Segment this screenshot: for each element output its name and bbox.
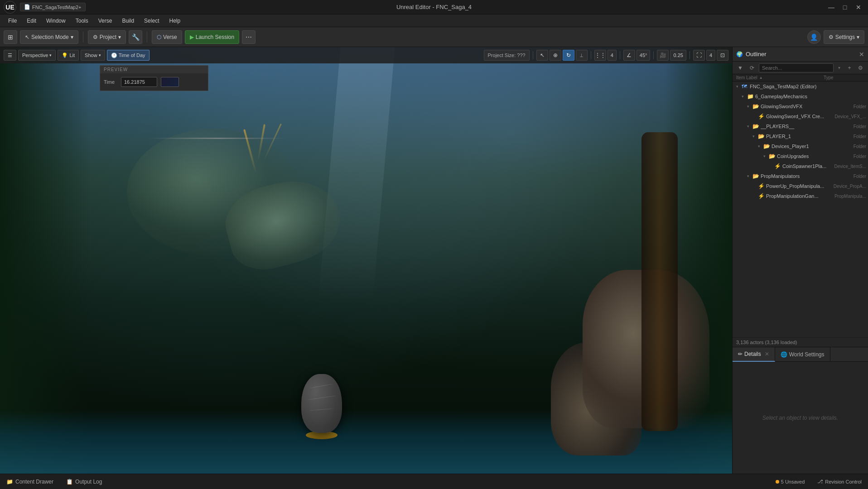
outliner-column-headers: Item Label ▲ Type: [733, 74, 868, 82]
output-log-button[interactable]: 📋 Output Log: [63, 477, 105, 486]
tree-row-1[interactable]: ▾ 📁 6_GameplayMechanics: [733, 91, 868, 101]
folder-icon-4: 📂: [752, 123, 760, 129]
time-label: Time: [104, 79, 117, 85]
maximize-button[interactable]: □: [839, 3, 851, 12]
ue-logo: UE: [4, 1, 16, 14]
collaborators-button[interactable]: 👤: [807, 30, 821, 44]
fullscreen-button[interactable]: ⛶: [693, 50, 705, 61]
world-settings-tab[interactable]: 🌐 World Settings: [775, 347, 830, 362]
surface-snapping-button[interactable]: ⟂: [576, 50, 588, 61]
close-button[interactable]: ✕: [853, 3, 864, 12]
revision-control-button[interactable]: ⎇ Revision Control: [815, 478, 864, 485]
snap-grid-button[interactable]: ⋮⋮: [594, 50, 606, 61]
more-options-button[interactable]: ⋯: [242, 30, 256, 44]
details-close-button[interactable]: ✕: [765, 351, 769, 357]
tree-row-9[interactable]: ▾ 📂 PropManipulators Folder: [733, 171, 868, 181]
menu-file[interactable]: File: [4, 16, 21, 25]
tree-row-8[interactable]: ⚡ CoinSpawner1Pla... Device_ItemS...: [733, 161, 868, 171]
preview-content: Time: [100, 73, 208, 91]
project-button[interactable]: ⚙ Project ▾: [88, 30, 126, 44]
outliner-tree[interactable]: ▾ 🗺 FNC_Saga_TestMap2 (Editor) ▾ 📁 6_Gam…: [733, 82, 868, 337]
menu-verse[interactable]: Verse: [94, 16, 117, 25]
layout-button[interactable]: ⊞: [4, 30, 17, 44]
arrow-9: ▾: [747, 174, 752, 178]
add-actor-button[interactable]: +: [844, 63, 854, 73]
rotate-tool-button[interactable]: ↻: [563, 50, 574, 61]
menu-help[interactable]: Help: [164, 16, 185, 25]
tree-row-3[interactable]: ⚡ GlowingSword_VFX Cre... Device_VFX_...: [733, 111, 868, 121]
item-label-header[interactable]: Item Label ▲: [736, 75, 824, 80]
tree-label-4: __PLAYERS__: [761, 124, 851, 129]
show-label: Show: [85, 53, 97, 58]
menu-select[interactable]: Select: [140, 16, 164, 25]
status-right: 5 Unsaved ⎇ Revision Control: [773, 478, 864, 485]
menu-edit[interactable]: Edit: [22, 16, 41, 25]
details-tab[interactable]: ✏ Details ✕: [733, 347, 775, 362]
lit-button[interactable]: 💡 Lit: [58, 50, 79, 61]
launch-session-button[interactable]: ▶ Launch Session: [185, 30, 239, 44]
tree-row-6[interactable]: ▾ 📂 Devices_Player1 Folder: [733, 141, 868, 151]
vp-sep-3: [620, 51, 620, 59]
arrow-6: ▾: [758, 144, 763, 149]
tree-row-4[interactable]: ▾ 📂 __PLAYERS__ Folder: [733, 121, 868, 131]
project-tab[interactable]: 📄 FNC_SagaTestMap2+: [20, 3, 86, 11]
outliner-settings-button[interactable]: ⚙: [855, 63, 865, 73]
viewport[interactable]: ☰ Perspective ▾ 💡 Lit Show ▾ 🕐 Time of D…: [0, 47, 732, 474]
tree-type-8: Device_ItemS...: [834, 164, 866, 169]
lit-label: Lit: [69, 53, 75, 58]
time-of-day-button[interactable]: 🕐 Time of Day: [107, 50, 149, 61]
vp-sep-2: [591, 51, 591, 59]
outliner-history-button[interactable]: ⟳: [747, 63, 757, 73]
search-dropdown-button[interactable]: ▾: [835, 63, 843, 72]
color-swatch[interactable]: [161, 77, 179, 87]
selection-mode-button[interactable]: ↖ Selection Mode ▾: [20, 30, 78, 44]
menu-tools[interactable]: Tools: [71, 16, 93, 25]
outliner-right-icons: + ⚙: [844, 63, 865, 73]
select-tool-button[interactable]: ↖: [536, 50, 548, 61]
verse-button[interactable]: ⬡ Verse: [152, 30, 182, 44]
outliner-close-button[interactable]: ✕: [859, 51, 864, 58]
tree-row-10[interactable]: ⚡ PowerUp_PropManipula... Device_PropA..…: [733, 181, 868, 191]
type-text: Type: [824, 75, 834, 80]
minimize-button[interactable]: —: [825, 3, 837, 12]
tree-row-5[interactable]: ▾ 📂 PLAYER_1 Folder: [733, 131, 868, 141]
title-bar-left: UE 📄 FNC_SagaTestMap2+: [4, 1, 86, 14]
camera-speed-button[interactable]: 🎥: [657, 50, 669, 61]
outliner-filter-button[interactable]: ▼: [735, 63, 745, 73]
content-drawer-label: Content Drawer: [15, 479, 53, 485]
outliner-search-input[interactable]: [759, 63, 834, 72]
perspective-button[interactable]: Perspective ▾: [18, 50, 56, 61]
folder-icon-1: 📁: [747, 93, 754, 100]
sort-icon: ▲: [759, 76, 763, 80]
engraving-2: [308, 396, 336, 400]
type-header[interactable]: Type: [824, 75, 864, 80]
tab-icon: 📄: [24, 4, 30, 10]
menu-build[interactable]: Build: [117, 16, 139, 25]
folder-icon-5: 📂: [758, 133, 765, 139]
menu-window[interactable]: Window: [42, 16, 70, 25]
tools-button[interactable]: 🔧: [129, 30, 142, 44]
settings-button[interactable]: ⚙ Settings ▾: [824, 30, 864, 44]
hamburger-menu-button[interactable]: ☰: [4, 50, 16, 61]
tab-label: FNC_SagaTestMap2+: [32, 5, 82, 10]
maximize-viewport-button[interactable]: ⊡: [717, 50, 728, 61]
project-size-label: Project Size: ???: [484, 50, 530, 61]
tree-label-9: PropManipulators: [761, 173, 851, 179]
tree-row-2[interactable]: ▾ 📂 GlowingSwordVFX Folder: [733, 101, 868, 111]
tree-row-11[interactable]: ⚡ PropManipulationGan... PropManipula...: [733, 191, 868, 201]
tree-row-0[interactable]: ▾ 🗺 FNC_Saga_TestMap2 (Editor): [733, 82, 868, 91]
device-icon-10: ⚡: [758, 183, 765, 189]
time-value-input[interactable]: [121, 77, 157, 87]
unsaved-indicator[interactable]: 5 Unsaved: [773, 478, 808, 485]
tree-trunk: [641, 132, 678, 431]
tree-label-5: PLAYER_1: [766, 134, 851, 139]
menu-bar: File Edit Window Tools Verse Build Selec…: [0, 14, 868, 27]
translate-tool-button[interactable]: ⊕: [550, 50, 561, 61]
toolbar-separator-2: [147, 32, 147, 43]
arrow-5: ▾: [752, 134, 758, 139]
details-content: Select an object to view details.: [733, 362, 868, 474]
tree-row-7[interactable]: ▾ 📂 CoinUpgrades Folder: [733, 151, 868, 161]
rotation-snap-button[interactable]: ∠: [623, 50, 635, 61]
show-button[interactable]: Show ▾: [81, 50, 105, 61]
content-drawer-button[interactable]: 📁 Content Drawer: [4, 477, 56, 486]
